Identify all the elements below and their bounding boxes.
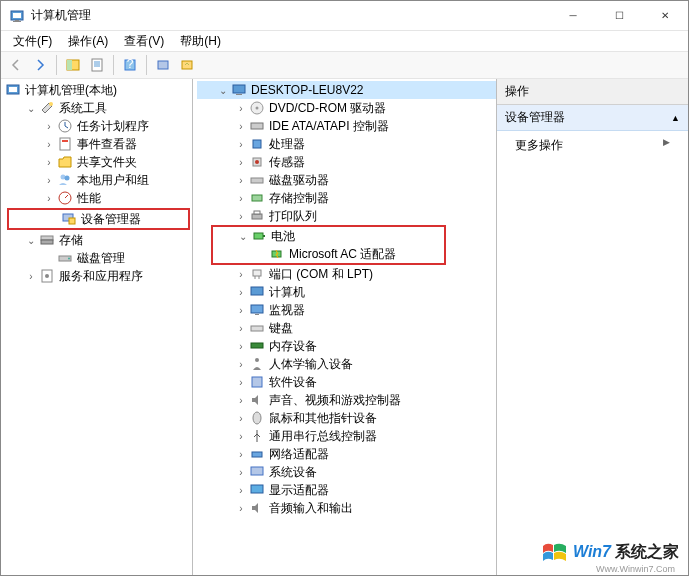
expand-icon[interactable]: ›	[233, 377, 249, 388]
tree-performance[interactable]: ›性能	[5, 189, 192, 207]
dev-battery[interactable]: ⌄电池	[213, 227, 444, 245]
dev-keyboards[interactable]: ›键盘	[197, 319, 496, 337]
tree-system-tools[interactable]: ⌄ 系统工具	[5, 99, 192, 117]
forward-button[interactable]	[29, 54, 51, 76]
more-actions-item[interactable]: 更多操作 ▶	[497, 131, 688, 160]
dev-ac-adapter[interactable]: ·Microsoft AC 适配器	[213, 245, 444, 263]
collapse-icon[interactable]: ⌄	[23, 235, 39, 246]
expand-icon[interactable]: ›	[41, 121, 57, 132]
dev-storage-ctrl[interactable]: ›存储控制器	[197, 189, 496, 207]
expand-icon[interactable]: ›	[233, 121, 249, 132]
expand-icon[interactable]: ›	[41, 157, 57, 168]
dev-disk[interactable]: ›磁盘驱动器	[197, 171, 496, 189]
maximize-button[interactable]: ☐	[596, 1, 642, 31]
svg-rect-31	[233, 85, 245, 93]
expand-icon[interactable]: ›	[233, 395, 249, 406]
performance-label: 性能	[77, 190, 101, 207]
dev-sensor[interactable]: ›传感器	[197, 153, 496, 171]
expand-icon[interactable]: ›	[233, 485, 249, 496]
device-root[interactable]: ⌄DESKTOP-LEU8V22	[197, 81, 496, 99]
dev-system[interactable]: ›系统设备	[197, 463, 496, 481]
expand-icon[interactable]: ›	[233, 359, 249, 370]
dev-computers[interactable]: ›计算机	[197, 283, 496, 301]
collapse-icon[interactable]: ⌄	[215, 85, 231, 96]
expand-icon[interactable]: ›	[233, 503, 249, 514]
expand-icon[interactable]: ›	[233, 413, 249, 424]
collapse-icon[interactable]: ⌄	[23, 103, 39, 114]
expand-icon[interactable]: ›	[233, 431, 249, 442]
expand-icon[interactable]: ›	[233, 467, 249, 478]
disk-mgmt-label: 磁盘管理	[77, 250, 125, 267]
collapse-icon[interactable]: ⌄	[235, 231, 251, 242]
show-hide-button[interactable]	[62, 54, 84, 76]
minimize-button[interactable]: ─	[550, 1, 596, 31]
toolbar-btn-6[interactable]	[176, 54, 198, 76]
actions-section[interactable]: 设备管理器 ▲	[497, 105, 688, 131]
svg-rect-19	[62, 140, 68, 142]
dev-mouse[interactable]: ›鼠标和其他指针设备	[197, 409, 496, 427]
dev-cpu[interactable]: ›处理器	[197, 135, 496, 153]
ide-label: IDE ATA/ATAPI 控制器	[269, 118, 389, 135]
tree-device-manager[interactable]: ·设备管理器	[9, 210, 188, 228]
dev-usb[interactable]: ›通用串行总线控制器	[197, 427, 496, 445]
print-label: 打印队列	[269, 208, 317, 225]
expand-icon[interactable]: ›	[233, 305, 249, 316]
dev-sound[interactable]: ›声音、视频和游戏控制器	[197, 391, 496, 409]
toolbar-btn-5[interactable]	[152, 54, 174, 76]
dev-hid[interactable]: ›人体学输入设备	[197, 355, 496, 373]
dev-ports[interactable]: ›端口 (COM 和 LPT)	[197, 265, 496, 283]
dev-dvd[interactable]: ›DVD/CD-ROM 驱动器	[197, 99, 496, 117]
shared-icon	[57, 154, 73, 170]
expand-icon[interactable]: ›	[41, 139, 57, 150]
menu-help[interactable]: 帮助(H)	[174, 31, 227, 52]
expand-icon[interactable]: ›	[233, 211, 249, 222]
sound-label: 声音、视频和游戏控制器	[269, 392, 401, 409]
dev-ide[interactable]: ›IDE ATA/ATAPI 控制器	[197, 117, 496, 135]
dev-memory[interactable]: ›内存设备	[197, 337, 496, 355]
svg-rect-18	[60, 138, 70, 150]
tree-shared-folders[interactable]: ›共享文件夹	[5, 153, 192, 171]
menu-file[interactable]: 文件(F)	[7, 31, 58, 52]
separator	[146, 55, 147, 75]
expand-icon[interactable]: ›	[233, 103, 249, 114]
expand-icon[interactable]: ›	[233, 193, 249, 204]
expand-icon[interactable]: ›	[23, 271, 39, 282]
tree-local-users[interactable]: ›本地用户和组	[5, 171, 192, 189]
tree-services[interactable]: ›服务和应用程序	[5, 267, 192, 285]
dev-print[interactable]: ›打印队列	[197, 207, 496, 225]
toolbar: ?	[1, 51, 688, 79]
window-title: 计算机管理	[31, 7, 550, 24]
dev-monitors[interactable]: ›监视器	[197, 301, 496, 319]
svg-point-28	[68, 258, 70, 260]
network-label: 网络适配器	[269, 446, 329, 463]
tree-storage[interactable]: ⌄存储	[5, 231, 192, 249]
tree-event-viewer[interactable]: ›事件查看器	[5, 135, 192, 153]
menu-view[interactable]: 查看(V)	[118, 31, 170, 52]
expand-icon[interactable]: ›	[233, 341, 249, 352]
expand-icon[interactable]: ›	[41, 175, 57, 186]
network-icon	[249, 446, 265, 462]
tree-disk-mgmt[interactable]: ·磁盘管理	[5, 249, 192, 267]
expand-icon[interactable]: ›	[41, 193, 57, 204]
svg-point-38	[255, 160, 259, 164]
dev-network[interactable]: ›网络适配器	[197, 445, 496, 463]
dev-display[interactable]: ›显示适配器	[197, 481, 496, 499]
menu-action[interactable]: 操作(A)	[62, 31, 114, 52]
expand-icon[interactable]: ›	[233, 139, 249, 150]
expand-icon[interactable]: ›	[233, 449, 249, 460]
tree-task-scheduler[interactable]: ›任务计划程序	[5, 117, 192, 135]
help-button[interactable]: ?	[119, 54, 141, 76]
tools-icon	[39, 100, 55, 116]
close-button[interactable]: ✕	[642, 1, 688, 31]
dev-software[interactable]: ›软件设备	[197, 373, 496, 391]
dev-audio-io[interactable]: ›音频输入和输出	[197, 499, 496, 517]
expand-icon[interactable]: ›	[233, 287, 249, 298]
expand-icon[interactable]: ›	[233, 269, 249, 280]
actions-header: 操作	[497, 79, 688, 105]
properties-button[interactable]	[86, 54, 108, 76]
expand-icon[interactable]: ›	[233, 157, 249, 168]
expand-icon[interactable]: ›	[233, 323, 249, 334]
back-button[interactable]	[5, 54, 27, 76]
tree-root[interactable]: 计算机管理(本地)	[5, 81, 192, 99]
expand-icon[interactable]: ›	[233, 175, 249, 186]
